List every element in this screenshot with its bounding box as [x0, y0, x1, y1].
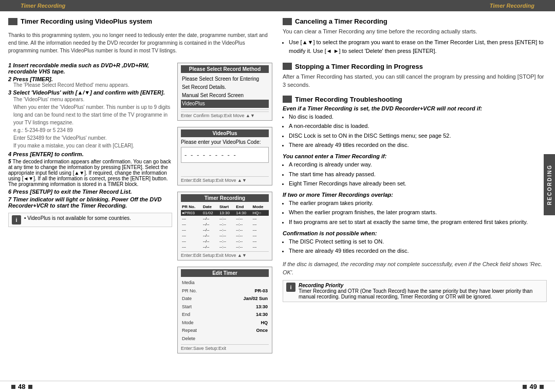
- table-row: --- --/-- --:-- --:-- ---: [181, 216, 269, 221]
- edit-field-date: Date Jan/02 Sun: [181, 295, 269, 303]
- edit-timer-title: Edit Timer: [181, 269, 269, 277]
- please-select-item-3: VideoPlus: [181, 100, 269, 108]
- step-1: 1 Insert recordable media such as DVD+R …: [8, 62, 172, 74]
- col-end: End: [235, 204, 251, 210]
- list-item: A recording is already under way.: [289, 160, 547, 170]
- step-6: 6 Press [SETUP] to exit the Timer Record…: [8, 189, 172, 195]
- stopping-heading: Stopping a Timer Recording in Progress: [295, 63, 423, 70]
- footer-left-num: 48: [18, 383, 25, 390]
- edit-field-end: End 14:30: [181, 311, 269, 319]
- edit-timer-box: Edit Timer Media PR No. PR-03 Date Jan/0…: [177, 267, 272, 353]
- list-item: A non-recordable disc is loaded.: [289, 122, 547, 131]
- ui-boxes-column: Please Select Record Method Please Selec…: [177, 61, 272, 356]
- priority-note-text: Timer Recording and OTR (One Touch Recor…: [299, 288, 532, 300]
- stopping-section: Stopping a Timer Recording in Progress A…: [283, 63, 547, 89]
- damage-note: If the disc is damaged, the recording ma…: [283, 260, 547, 277]
- left-intro-text: Thanks to this programming system, you n…: [8, 31, 272, 54]
- please-select-item-2: Manual Set Record Screen: [181, 91, 269, 100]
- header-bar: Timer Recording Timer Recording: [0, 0, 555, 11]
- title-bar-decoration: [8, 18, 17, 25]
- col-pr: PR No.: [181, 204, 202, 210]
- timer-rec-instructions: Enter:Edit Setup:Exit Move ▲▼: [181, 251, 269, 258]
- code-input: - - - - - - - - -: [181, 147, 269, 163]
- left-note-box: i • VideoPlus is not available for some …: [8, 213, 172, 227]
- subsection-3-list: The earlier program takes priority. When…: [283, 199, 547, 227]
- col-date: Date: [202, 204, 218, 210]
- table-row: --- --/-- --:-- --:-- ---: [181, 233, 269, 238]
- list-item: The DISC Protect setting is set to ON.: [289, 237, 547, 247]
- timer-recording-box: Timer Recording PR No. Date Start End Mo…: [177, 192, 272, 260]
- right-column: Canceling a Timer Recording You can clea…: [283, 17, 547, 375]
- step-4: 4 Press [ENTER] to confirm.: [8, 151, 172, 157]
- please-select-instructions: Enter Confirm Setup:Exit Move ▲▼: [181, 111, 269, 118]
- troubleshooting-title-bar: [283, 96, 292, 103]
- please-select-item-1: Set Record Details.: [181, 83, 269, 91]
- footer-left: 48: [10, 383, 33, 390]
- step-2-sub: The 'Please Select Record Method' menu a…: [13, 82, 172, 88]
- edit-field-delete: Delete: [181, 335, 269, 343]
- left-section-heading: Timer Recording using VideoPlus system: [21, 17, 152, 25]
- list-item: There are already 49 titles recorded on …: [289, 247, 547, 256]
- timer-rec-title: Timer Recording: [181, 194, 269, 202]
- table-row: --- --/-- --:-- --:-- ---: [181, 238, 269, 244]
- stopping-title: Stopping a Timer Recording in Progress: [283, 63, 547, 70]
- footer-left-square: [11, 385, 15, 389]
- please-select-item-0: Please Select Screen for Entering: [181, 75, 269, 83]
- please-select-box: Please Select Record Method Please Selec…: [177, 63, 272, 121]
- videoplus-instructions: Enter:Edit Setup:Exit Move ▲▼: [181, 176, 269, 183]
- subsection-4-title: Confirmation is not possible when:: [283, 230, 547, 236]
- stopping-text: After a Timer Recording has started, you…: [283, 72, 547, 89]
- side-recording-tab: RECORDING: [544, 154, 555, 215]
- footer-right-num: 49: [529, 383, 536, 390]
- side-tab-text: RECORDING: [547, 164, 552, 205]
- table-row: --- --/-- --:-- --:-- ---: [181, 244, 269, 250]
- list-item: Eight Timer Recordings have already been…: [289, 179, 547, 189]
- footer-right-square: [523, 385, 527, 389]
- cancel-bullet-item: Use [▲▼] to select the program you want …: [289, 38, 547, 56]
- subsection-2-list: A recording is already under way. The st…: [283, 160, 547, 189]
- table-row: --- --/-- --:-- --:-- ---: [181, 227, 269, 233]
- subsection-1-list: No disc is loaded. A non-recordable disc…: [283, 113, 547, 150]
- divider1: [181, 109, 269, 110]
- footer-left-square2: [28, 385, 32, 389]
- spacer: [181, 164, 269, 175]
- please-select-title: Please Select Record Method: [181, 65, 269, 73]
- list-item: There are already 49 titles recorded on …: [289, 141, 547, 150]
- edit-field-repeat: Repeat Once: [181, 327, 269, 335]
- priority-note-title: Recording Priority: [299, 283, 343, 288]
- cancel-heading: Canceling a Timer Recording: [295, 17, 387, 25]
- subsection-3-title: If two or more Timer Recordings overlap:: [283, 192, 547, 198]
- note-icon: i: [12, 215, 21, 225]
- left-section-title: Timer Recording using VideoPlus system: [8, 17, 272, 25]
- priority-note-icon: i: [286, 283, 295, 292]
- footer-right: 49: [522, 383, 545, 390]
- steps-container: 1 Insert recordable media such as DVD+R …: [8, 61, 272, 356]
- table-row: ●PR03 01/02 13:30 14:30 HQ○: [181, 210, 269, 216]
- subsection-2-title: You cannot enter a Timer Recording if:: [283, 153, 547, 159]
- cancel-title-bar: [283, 18, 292, 25]
- cancel-text: You can clear a Timer Recording any time…: [283, 27, 547, 36]
- troubleshooting-title: Timer Recording Troubleshooting: [283, 96, 547, 103]
- step-2: 2 Press [TIMER]. The 'Please Select Reco…: [8, 76, 172, 88]
- subsection-1-title: Even if a Timer Recording is set, the DV…: [283, 105, 547, 111]
- col-mode: Mode: [252, 204, 269, 210]
- header-left-title: Timer Recording: [21, 3, 65, 9]
- troubleshooting-section: Timer Recording Troubleshooting Even if …: [283, 96, 547, 302]
- edit-field-mode: Mode HQ: [181, 319, 269, 327]
- cancel-section: Canceling a Timer Recording You can clea…: [283, 17, 547, 57]
- troubleshooting-heading: Timer Recording Troubleshooting: [295, 96, 402, 103]
- left-column: Timer Recording using VideoPlus system T…: [8, 17, 272, 375]
- list-item: DISC Lock is set to ON in the DISC Setti…: [289, 132, 547, 141]
- edit-timer-instructions: Enter:Save Setup:Exit: [181, 344, 269, 351]
- subsection-4-list: The DISC Protect setting is set to ON. T…: [283, 237, 547, 256]
- footer-bar: 48 49: [0, 381, 555, 392]
- note-text: • VideoPlus is not available for some co…: [24, 215, 131, 221]
- edit-field-start: Start 13:30: [181, 303, 269, 311]
- step-3-sub: The 'VideoPlus' menu appears. When you e…: [13, 96, 172, 150]
- cancel-title: Canceling a Timer Recording: [283, 17, 547, 25]
- step-5: 5 The decoded information appears after …: [8, 159, 172, 187]
- list-item: The earlier program takes priority.: [289, 199, 547, 208]
- videoplus-text: Please enter your VideoPlus Code:: [181, 139, 269, 145]
- steps-text: 1 Insert recordable media such as DVD+R …: [8, 61, 172, 227]
- header-right-title: Timer Recording: [490, 3, 534, 9]
